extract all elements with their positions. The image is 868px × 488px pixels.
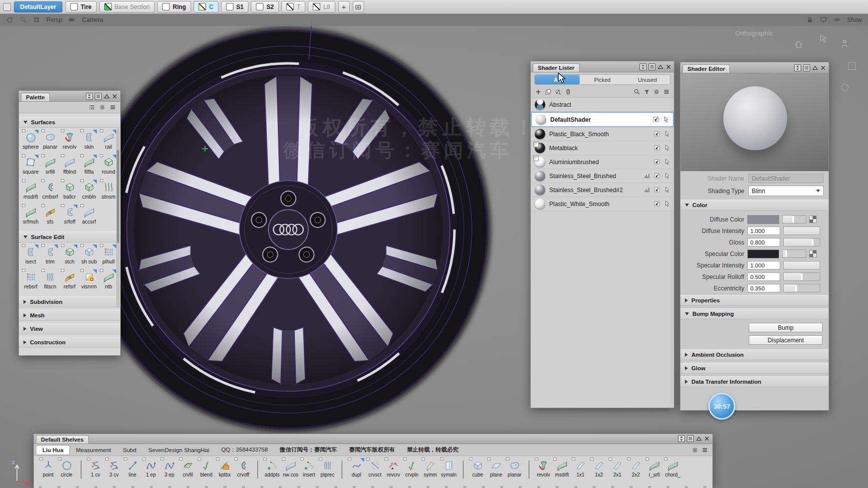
trash-icon[interactable] — [565, 88, 572, 95]
color-swatch[interactable] — [747, 249, 779, 258]
assign-check-icon[interactable] — [653, 200, 661, 208]
shelf-tool-circle[interactable]: circle — [57, 459, 76, 478]
shelf-tool-1x2[interactable]: 1x2 — [590, 459, 608, 478]
lock-icon[interactable] — [806, 16, 814, 23]
palette-tool-fitscn[interactable]: fitscn — [40, 269, 60, 294]
slider-gloss[interactable] — [783, 238, 820, 246]
layer-tab-ring[interactable]: Ring — [157, 1, 191, 12]
layer-tab-s1[interactable]: S1 — [221, 1, 249, 12]
menu-icon[interactable] — [663, 88, 670, 95]
palette-tool-cmbsrf[interactable]: cmbsrf — [40, 179, 60, 204]
shelf-tool-crvoff[interactable]: crvoff — [234, 459, 252, 478]
slider-thumb[interactable] — [812, 239, 814, 245]
palette-tool-ballcr[interactable]: ballcr — [60, 179, 79, 204]
eye-icon[interactable] — [833, 16, 841, 23]
shelf-tool-2x2[interactable]: 2x2 — [627, 459, 645, 478]
palette-titlebar[interactable]: Palette — [19, 91, 120, 102]
shelves-titlebar[interactable]: Default Shelves — [34, 434, 712, 444]
shelf-tool-1-cv[interactable]: 1 cv — [86, 459, 105, 478]
color-swatch[interactable] — [747, 215, 779, 224]
assign-check-icon[interactable] — [653, 144, 661, 152]
palette-tool-srfmsh[interactable]: srfmsh — [21, 204, 40, 229]
filter-icon[interactable] — [644, 89, 650, 95]
shelf-tool-1-ep[interactable]: 1 ep — [142, 459, 160, 478]
layout-grid-icon[interactable] — [33, 16, 40, 23]
shader-name-field[interactable]: DefaultShader — [748, 174, 824, 183]
camera-label[interactable]: Camera — [82, 16, 103, 23]
close-icon[interactable] — [665, 64, 671, 70]
layer-tab-base-section[interactable]: Base Section — [99, 1, 155, 12]
palette-tool-sphere[interactable]: sphere — [21, 129, 40, 154]
window-menu-icon[interactable] — [687, 435, 694, 442]
editor-section-properties[interactable]: Properties — [680, 295, 829, 306]
shelf-tab-[interactable]: 禁止转载，转载必究 — [401, 445, 465, 455]
palette-tool-srfill[interactable]: srfill — [40, 154, 60, 179]
shelf-tool-blend[interactable]: blend — [197, 459, 216, 478]
wheel-model[interactable] — [79, 20, 498, 439]
shelf-tool-3-cv[interactable]: 3 cv — [105, 459, 123, 478]
pick-cursor-icon[interactable] — [663, 144, 671, 152]
shelf-tool-nw-cos[interactable]: nw cos — [281, 459, 300, 478]
value-field[interactable]: 0.800 — [747, 238, 780, 246]
palette-section-view[interactable]: View — [19, 323, 120, 334]
shelf-tool-crvsct[interactable]: crvsct — [366, 459, 384, 478]
slider-eccentricity[interactable] — [783, 284, 820, 292]
shelf-tool-dupl[interactable]: dupl — [347, 459, 366, 478]
slider-specular-intensity[interactable] — [783, 261, 820, 269]
palette-section-construction[interactable]: Construction — [19, 337, 120, 348]
shelf-tool-kptbx[interactable]: kptbx — [216, 459, 234, 478]
pick-cursor-icon[interactable] — [663, 172, 671, 180]
shelf-tool-ptprec[interactable]: ptprec — [318, 459, 337, 478]
list-view-icon[interactable] — [88, 104, 95, 111]
close-icon[interactable] — [704, 436, 710, 442]
displacement-button[interactable]: Displacement — [749, 335, 823, 345]
layer-tab-tire[interactable]: Tire — [65, 1, 97, 12]
window-menu-icon[interactable] — [95, 93, 102, 100]
close-icon[interactable] — [820, 65, 826, 71]
pick-cursor-icon[interactable] — [663, 186, 671, 194]
shelves-title[interactable]: Default Shelves — [36, 435, 89, 444]
palette-tool-rail[interactable]: rail — [99, 129, 118, 154]
shelf-tool-crvpln[interactable]: crvpln — [403, 459, 421, 478]
palette-tool-planar[interactable]: planar — [40, 129, 60, 154]
layer-diag-yellow-icon[interactable] — [199, 3, 206, 10]
delete-unused-icon[interactable] — [555, 88, 562, 95]
palette-tool-accsrf[interactable]: accsrf — [79, 204, 99, 229]
palette-tool-srfoff[interactable]: srfoff — [60, 204, 79, 229]
viewport-widget-icon[interactable] — [841, 84, 849, 91]
pick-cursor-icon[interactable] — [663, 130, 671, 138]
gear-icon[interactable] — [691, 447, 698, 454]
palette-tool-cmbln[interactable]: cmbln — [79, 179, 99, 204]
shelf-tool-addpts[interactable]: addpts — [263, 459, 281, 478]
person-icon[interactable] — [840, 39, 849, 48]
texture-map-icon[interactable] — [809, 250, 817, 257]
menu-icon[interactable] — [701, 447, 708, 454]
collapse-icon[interactable] — [678, 435, 685, 442]
add-shader-icon[interactable] — [535, 88, 542, 95]
show-menu-label[interactable]: Show — [847, 16, 862, 23]
assign-check-icon[interactable] — [653, 130, 661, 138]
palette-section-surfaces[interactable]: Surfaces — [19, 117, 120, 128]
palette-tool-round[interactable]: round — [99, 154, 118, 179]
search-icon[interactable] — [634, 88, 641, 95]
shader-row-defaultshader[interactable]: DefaultShader — [531, 112, 674, 127]
menu-icon[interactable] — [109, 104, 116, 111]
palette-tool-square[interactable]: square — [21, 154, 40, 179]
texture-icon[interactable] — [644, 187, 651, 194]
search-icon[interactable] — [19, 16, 27, 23]
shader-row-stainless-steel-brushed-2[interactable]: Stainless_Steel_Brushed#2 — [531, 183, 674, 197]
value-field[interactable]: 0.350 — [747, 284, 780, 292]
pick-cursor-icon[interactable] — [662, 116, 670, 123]
assign-check-icon[interactable] — [652, 116, 660, 123]
palette-tool-stnsm[interactable]: stnsm — [99, 179, 118, 204]
minimize-icon[interactable] — [696, 436, 702, 442]
palette-tool-ffblnd[interactable]: ffblnd — [60, 154, 79, 179]
pick-cursor-icon[interactable] — [663, 200, 671, 208]
editor-section-glow[interactable]: Glow — [680, 363, 829, 374]
shelf-tool-crvfil[interactable]: crvfil — [179, 459, 197, 478]
palette-tool-filfla[interactable]: filfla — [79, 154, 99, 179]
palette-title[interactable]: Palette — [21, 93, 50, 101]
window-menu-icon[interactable] — [803, 64, 810, 71]
slider-diffuse-color[interactable] — [782, 215, 806, 224]
shelf-tool-msdrft[interactable]: msdrft — [553, 459, 571, 478]
